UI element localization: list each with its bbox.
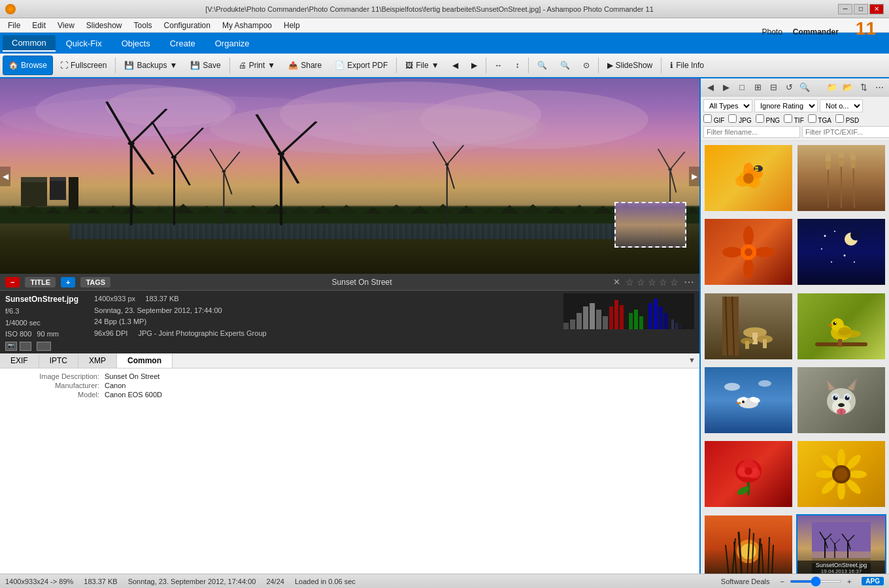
- expand-icon[interactable]: [37, 342, 51, 351]
- flip-v-button[interactable]: ↕: [510, 56, 526, 75]
- print-button[interactable]: 🖨 Print ▼: [233, 56, 282, 75]
- list-item[interactable]: [703, 514, 794, 583]
- list-item[interactable]: [796, 440, 886, 508]
- menu-my-ashampoo[interactable]: My Ashampoo: [217, 20, 277, 31]
- list-item[interactable]: SunsetOnStreet.jpg 19.04.2013 16:37 1400…: [796, 514, 886, 583]
- sidebar-sort-button[interactable]: ⇅: [856, 80, 871, 95]
- close-caption-button[interactable]: ✕: [613, 277, 620, 287]
- flip-h-button[interactable]: ↔: [489, 56, 509, 75]
- tab-xmp[interactable]: XMP: [78, 353, 117, 368]
- gif-checkbox-label[interactable]: GIF: [703, 114, 724, 124]
- model-value: Canon EOS 600D: [105, 391, 162, 399]
- export-pdf-button[interactable]: 📄 Export PDF: [329, 56, 394, 75]
- rating-filter-select[interactable]: Ignore Rating: [754, 99, 818, 112]
- manufacturer-value: Canon: [105, 382, 126, 389]
- fullscreen-button[interactable]: ⛶ Fullscreen: [54, 56, 112, 75]
- sidebar-folder-new[interactable]: 📁: [825, 80, 839, 95]
- file-info-button[interactable]: ℹ File Info: [664, 56, 710, 75]
- tab-quick-fix[interactable]: Quick-Fix: [57, 36, 111, 51]
- sidebar-refresh-button[interactable]: ↺: [782, 80, 796, 95]
- filename-filter-input[interactable]: [703, 126, 800, 138]
- list-item[interactable]: [796, 292, 886, 361]
- add-tag-button[interactable]: +: [61, 277, 75, 287]
- tab-organize[interactable]: Organize: [206, 36, 259, 51]
- sidebar-home-button[interactable]: □: [735, 80, 749, 95]
- minimize-button[interactable]: ─: [838, 4, 852, 14]
- sidebar-folder-up[interactable]: 📂: [841, 80, 855, 95]
- rating-stars[interactable]: ☆☆☆☆☆: [626, 277, 679, 287]
- file-button[interactable]: 🖼 File ▼: [399, 56, 444, 75]
- tab-exif[interactable]: EXIF: [0, 353, 39, 368]
- save-button[interactable]: 💾 Save: [184, 56, 226, 75]
- list-item[interactable]: [703, 440, 794, 508]
- forward-button[interactable]: ▶: [719, 80, 733, 95]
- zoom-in-button[interactable]: 🔍: [554, 56, 576, 75]
- tab-common[interactable]: Common: [3, 35, 56, 52]
- list-item[interactable]: [796, 144, 886, 212]
- remove-tag-button[interactable]: −: [5, 277, 20, 287]
- menu-view[interactable]: View: [52, 20, 80, 31]
- menu-slideshow[interactable]: Slideshow: [81, 20, 127, 31]
- tif-checkbox-label[interactable]: TIF: [784, 114, 804, 124]
- sidebar-search-button[interactable]: 🔍: [797, 80, 812, 95]
- slideshow-button[interactable]: ▶ SlideShow: [601, 56, 659, 75]
- svg-rect-63: [570, 319, 575, 329]
- svg-point-139: [758, 380, 771, 387]
- menu-help[interactable]: Help: [278, 20, 305, 31]
- settings-icon[interactable]: [20, 342, 31, 351]
- share-button[interactable]: 📤 Share: [282, 56, 327, 75]
- zoom-fit-button[interactable]: ⊙: [577, 56, 595, 75]
- jpg-checkbox[interactable]: [728, 114, 737, 123]
- backups-button[interactable]: 💾 Backups ▼: [118, 56, 183, 75]
- list-item[interactable]: [796, 218, 886, 286]
- type-filter-select[interactable]: All Types: [703, 99, 752, 112]
- sidebar-options-button[interactable]: ⋯: [872, 80, 886, 95]
- menu-file[interactable]: File: [3, 20, 25, 31]
- list-item[interactable]: [703, 144, 794, 212]
- next-icon: ▶: [471, 61, 477, 70]
- camera-icon[interactable]: 📷: [5, 342, 17, 351]
- tab-objects[interactable]: Objects: [112, 36, 159, 51]
- sidebar-grid-button[interactable]: ⊞: [750, 80, 765, 95]
- zoom-slider[interactable]: [790, 580, 842, 583]
- psd-checkbox-label[interactable]: PSD: [835, 114, 859, 124]
- tab-iptc[interactable]: IPTC: [39, 353, 78, 368]
- tab-common-meta[interactable]: Common: [117, 353, 173, 368]
- sidebar-toolbar: ◀ ▶ □ ⊞ ⊟ ↺ 🔍 📁 📂 ⇅ ⋯: [701, 78, 889, 97]
- menu-configuration[interactable]: Configuration: [159, 20, 216, 31]
- list-item[interactable]: [703, 218, 794, 286]
- sidebar-grid2-button[interactable]: ⊟: [766, 80, 780, 95]
- iptc-filter-input[interactable]: [802, 126, 889, 138]
- next-button[interactable]: ▶: [465, 56, 483, 75]
- prev-image-arrow[interactable]: ◀: [0, 167, 10, 186]
- browse-button[interactable]: 🏠 Browse: [3, 56, 53, 75]
- tga-checkbox-label[interactable]: TGA: [808, 114, 831, 124]
- options-button[interactable]: ⋯: [684, 276, 694, 288]
- back-button[interactable]: ◀: [703, 80, 718, 95]
- extra-filter-select[interactable]: Not o...: [820, 99, 863, 112]
- tif-checkbox[interactable]: [784, 114, 792, 123]
- list-item[interactable]: [703, 366, 794, 434]
- iso-label: ISO 800: [5, 329, 31, 340]
- svg-point-129: [835, 322, 836, 323]
- status-bar: 1400x933x24 -> 89% 183.37 KB Sonntag, 23…: [0, 574, 889, 588]
- jpg-checkbox-label[interactable]: JPG: [728, 114, 751, 124]
- gif-checkbox[interactable]: [703, 114, 712, 123]
- prev-button[interactable]: ◀: [446, 56, 464, 75]
- zoom-out-button[interactable]: 🔍: [531, 56, 553, 75]
- menu-tools[interactable]: Tools: [129, 20, 158, 31]
- menu-edit[interactable]: Edit: [27, 20, 51, 31]
- list-item[interactable]: [703, 292, 794, 361]
- tab-create[interactable]: Create: [161, 36, 205, 51]
- list-item[interactable]: [796, 366, 886, 434]
- zoom-minus-icon[interactable]: −: [780, 578, 784, 585]
- tga-checkbox[interactable]: [808, 114, 816, 123]
- maximize-button[interactable]: □: [854, 4, 868, 14]
- zoom-plus-icon[interactable]: +: [847, 578, 851, 585]
- meta-scroll-button[interactable]: ▼: [684, 353, 699, 368]
- psd-checkbox[interactable]: [835, 114, 844, 123]
- next-image-arrow[interactable]: ▶: [689, 167, 699, 186]
- close-button[interactable]: ✕: [869, 4, 884, 14]
- png-checkbox-label[interactable]: PNG: [756, 114, 780, 124]
- png-checkbox[interactable]: [756, 114, 764, 123]
